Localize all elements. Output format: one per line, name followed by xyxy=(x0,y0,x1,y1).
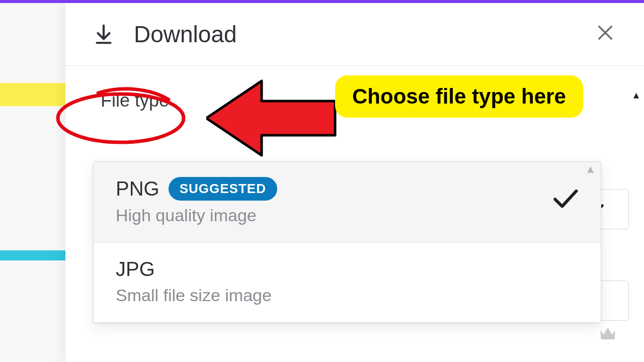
caret-up-icon: ▴ xyxy=(633,88,639,102)
option-name: JPG xyxy=(116,258,155,281)
close-button[interactable] xyxy=(591,17,620,51)
option-description: High quality image xyxy=(116,206,550,225)
crown-icon xyxy=(598,324,618,349)
option-png[interactable]: PNG SUGGESTED High quality image xyxy=(94,162,601,243)
option-jpg[interactable]: JPG Small file size image xyxy=(94,243,601,322)
option-body: JPG Small file size image xyxy=(116,258,579,305)
suggested-badge: SUGGESTED xyxy=(169,177,277,201)
scroll-up-icon[interactable]: ▴ xyxy=(587,161,594,176)
background-accent xyxy=(0,250,65,260)
download-icon xyxy=(92,22,116,46)
background-panel xyxy=(0,3,65,362)
panel-header: Download xyxy=(65,3,644,66)
file-type-dropdown: ▴ PNG SUGGESTED High quality image JPG xyxy=(93,161,601,323)
check-icon xyxy=(550,184,579,219)
option-name: PNG xyxy=(116,177,159,200)
background-highlight xyxy=(0,83,65,106)
download-panel: Download File type ▴ 1 ▴ PNG xyxy=(65,3,644,362)
file-type-label: File type xyxy=(65,66,644,111)
option-body: PNG SUGGESTED High quality image xyxy=(116,177,550,225)
option-description: Small file size image xyxy=(116,286,579,305)
panel-title: Download xyxy=(134,21,591,48)
